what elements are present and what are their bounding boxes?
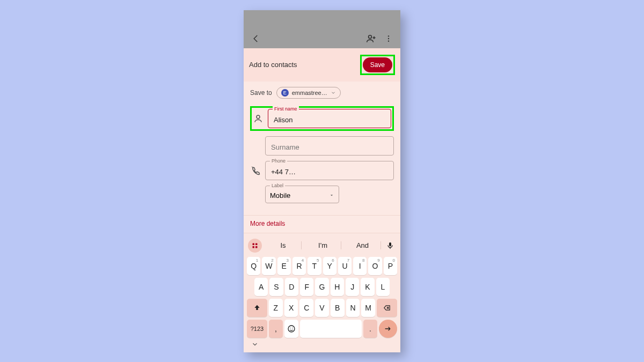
surname-input[interactable]	[270, 143, 391, 152]
phone-label: Phone	[270, 158, 287, 164]
svg-point-2	[388, 38, 389, 39]
status-bar	[244, 10, 400, 29]
save-to-row: Save to E emmastree…	[244, 82, 400, 104]
page-title: Add to contacts	[249, 61, 297, 69]
phone-field[interactable]: Phone	[265, 161, 394, 180]
back-icon[interactable]	[251, 34, 261, 43]
chevron-down-icon	[331, 90, 336, 95]
svg-point-0	[369, 35, 372, 39]
svg-rect-7	[253, 246, 255, 248]
save-highlight: Save	[360, 55, 395, 75]
label-caption: Label	[270, 183, 285, 188]
more-icon[interactable]	[384, 34, 393, 43]
svg-point-10	[290, 328, 290, 328]
svg-rect-8	[255, 246, 258, 248]
key-z[interactable]: Z	[269, 299, 283, 317]
svg-point-4	[257, 115, 260, 119]
person-icon	[253, 114, 264, 123]
svg-point-1	[388, 35, 389, 36]
key-v[interactable]: V	[315, 299, 329, 317]
label-selector[interactable]: Label Mobile	[265, 186, 339, 203]
emoji-key[interactable]	[284, 320, 298, 338]
first-name-highlight: First name	[250, 106, 394, 131]
collapse-keyboard-icon[interactable]	[251, 341, 259, 348]
suggestion-2[interactable]: I'm	[305, 241, 341, 249]
backspace-key[interactable]	[377, 299, 397, 317]
add-person-icon[interactable]	[366, 33, 377, 44]
key-s[interactable]: S	[269, 278, 283, 296]
keyboard: Is I'm And 1Q2W3E4R5T6Y7U8I9O0P ASDFGHJK…	[244, 233, 400, 352]
first-name-label: First name	[273, 106, 299, 112]
key-p[interactable]: 0P	[384, 257, 397, 275]
label-value: Mobile	[270, 191, 290, 200]
key-g[interactable]: G	[315, 278, 328, 296]
key-b[interactable]: B	[331, 299, 345, 317]
surname-field[interactable]	[265, 136, 394, 156]
phone-input[interactable]	[270, 167, 391, 176]
mic-icon[interactable]	[384, 240, 396, 252]
phone-screen: Add to contacts Save Save to E emmastree…	[244, 10, 400, 352]
key-a[interactable]: A	[254, 278, 268, 296]
key-u[interactable]: 7U	[338, 257, 352, 275]
symbols-key[interactable]: ?123	[247, 320, 267, 338]
phone-icon	[250, 166, 261, 175]
svg-rect-5	[253, 243, 255, 245]
key-n[interactable]: N	[346, 299, 360, 317]
key-r[interactable]: 4R	[292, 257, 306, 275]
key-j[interactable]: J	[346, 278, 359, 296]
more-details-button[interactable]: More details	[244, 215, 400, 233]
contact-form: First name Phone	[244, 104, 400, 213]
title-bar: Add to contacts Save	[244, 48, 400, 82]
key-l[interactable]: L	[376, 278, 390, 296]
period-key[interactable]: .	[363, 320, 377, 338]
suggestion-1[interactable]: Is	[265, 241, 302, 249]
app-bar	[244, 29, 400, 48]
svg-point-11	[292, 328, 292, 328]
account-email: emmastree…	[292, 90, 327, 96]
key-y[interactable]: 6Y	[323, 257, 336, 275]
key-h[interactable]: H	[331, 278, 344, 296]
key-c[interactable]: C	[299, 299, 313, 317]
key-i[interactable]: 8I	[353, 257, 367, 275]
account-selector[interactable]: E emmastree…	[276, 87, 341, 99]
comma-key[interactable]: ,	[269, 320, 283, 338]
svg-rect-6	[255, 243, 258, 245]
save-button[interactable]: Save	[363, 57, 392, 72]
space-key[interactable]	[300, 320, 362, 338]
key-x[interactable]: X	[284, 299, 298, 317]
key-w[interactable]: 2W	[262, 257, 275, 275]
key-k[interactable]: K	[361, 278, 374, 296]
key-o[interactable]: 9O	[368, 257, 382, 275]
dropdown-arrow-icon	[329, 193, 334, 198]
keyboard-menu-icon[interactable]	[248, 239, 262, 253]
suggestion-3[interactable]: And	[345, 241, 381, 249]
svg-point-3	[388, 40, 389, 41]
save-to-label: Save to	[250, 89, 272, 97]
key-d[interactable]: D	[285, 278, 298, 296]
enter-key[interactable]	[379, 320, 397, 338]
key-q[interactable]: 1Q	[247, 257, 260, 275]
account-avatar: E	[281, 89, 289, 97]
key-t[interactable]: 5T	[308, 257, 321, 275]
shift-key[interactable]	[247, 299, 267, 317]
key-m[interactable]: M	[361, 299, 375, 317]
first-name-field[interactable]: First name	[268, 109, 391, 128]
first-name-input[interactable]	[273, 115, 389, 124]
svg-point-9	[288, 326, 295, 332]
key-e[interactable]: 3E	[277, 257, 291, 275]
key-f[interactable]: F	[300, 278, 313, 296]
